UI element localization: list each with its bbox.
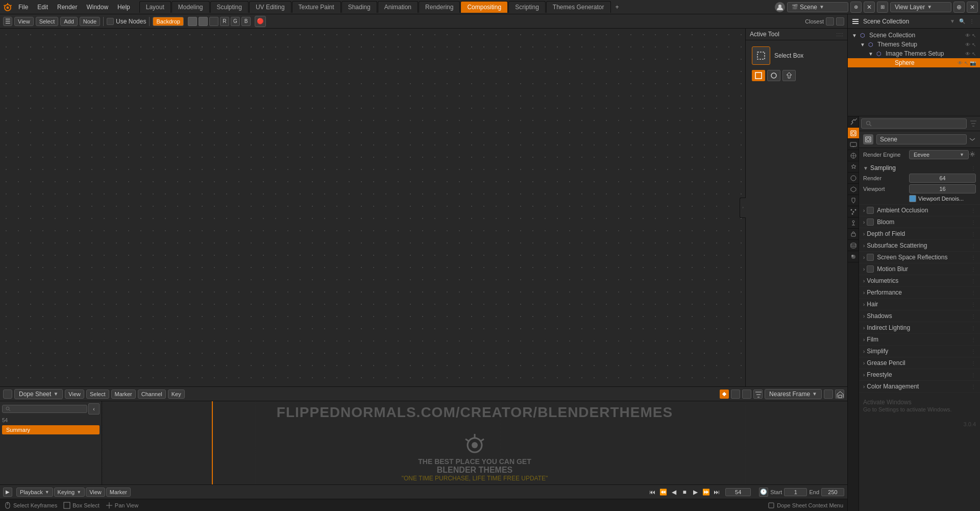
prop-tab-modifier[interactable]: [848, 195, 859, 206]
menu-window[interactable]: Window: [82, 3, 112, 12]
effect-color-mgmt[interactable]: › Color Management ⋮: [859, 381, 980, 393]
props-filter-btn[interactable]: [969, 119, 978, 128]
vis-toggle-0[interactable]: 👁: [965, 33, 970, 38]
prop-tab-material[interactable]: [848, 251, 859, 262]
dope-marker-menu[interactable]: Marker: [111, 390, 136, 399]
render-samples-input[interactable]: 64: [909, 174, 976, 183]
dope-opt-2[interactable]: [742, 390, 751, 399]
tab-animation[interactable]: Animation: [378, 1, 418, 13]
prop-tab-view[interactable]: [848, 150, 859, 161]
prop-tab-constraints[interactable]: [848, 229, 859, 240]
effect-shadows[interactable]: › Shadows ⋮: [859, 310, 980, 322]
sel-toggle-1[interactable]: ↖: [972, 42, 976, 47]
sel-toggle-3[interactable]: ↖: [964, 60, 968, 66]
effect-bloom[interactable]: › Bloom ⋮: [859, 216, 980, 228]
use-nodes-toggle[interactable]: Use Nodes: [107, 18, 146, 25]
add-workspace-button[interactable]: +: [611, 2, 623, 13]
dope-menu-btn[interactable]: [3, 390, 12, 399]
scene-link-button[interactable]: ⊞: [877, 2, 888, 13]
tool-opt-2[interactable]: [767, 70, 780, 81]
outliner-filter[interactable]: ▼: [948, 17, 957, 26]
vis-toggle-3[interactable]: 👁: [958, 60, 963, 66]
prop-tab-data[interactable]: [848, 240, 859, 251]
playback-type-btn[interactable]: Playback ▼: [16, 488, 53, 497]
node-node-menu[interactable]: Node: [80, 17, 100, 26]
tree-item-themes-setup[interactable]: ▼ ⬡ Themes Setup 👁 ↖: [848, 40, 980, 49]
node-opt-4[interactable]: R: [220, 17, 229, 26]
node-editor-menu[interactable]: ☰: [3, 17, 12, 26]
mb-checkbox[interactable]: [867, 265, 874, 273]
effect-performance[interactable]: › Performance ⋮: [859, 287, 980, 299]
effect-film[interactable]: › Film ⋮: [859, 334, 980, 346]
dope-grid-btn[interactable]: [824, 390, 833, 399]
view-layer-selector[interactable]: View Layer ▼: [890, 2, 951, 12]
effect-simplify[interactable]: › Simplify ⋮: [859, 346, 980, 357]
scene-settings-button[interactable]: ✕: [864, 2, 875, 13]
ao-checkbox[interactable]: [867, 207, 874, 214]
playback-mode-btn[interactable]: ▶: [3, 488, 12, 497]
frame-method-selector[interactable]: Nearest Frame ▼: [765, 389, 822, 399]
bloom-checkbox[interactable]: [867, 218, 874, 226]
node-opt-1[interactable]: [188, 17, 197, 26]
menu-render[interactable]: Render: [53, 3, 81, 12]
marker-btn[interactable]: Marker: [106, 488, 131, 497]
effect-motion-blur[interactable]: › Motion Blur ⋮: [859, 263, 980, 275]
end-frame-input[interactable]: 250: [821, 488, 844, 496]
dope-key-btn[interactable]: [720, 390, 729, 399]
dope-key-menu[interactable]: Key: [168, 390, 185, 399]
step-back-btn[interactable]: ⏪: [658, 488, 668, 497]
step-forward-btn[interactable]: ⏩: [701, 488, 710, 497]
effect-ssr[interactable]: › Screen Space Reflections ⋮: [859, 252, 980, 263]
tab-texture-paint[interactable]: Texture Paint: [292, 1, 341, 13]
tree-item-image-themes[interactable]: ▼ ⬡ Image Themes Setup 👁 ↖: [848, 49, 980, 58]
user-icon[interactable]: [775, 2, 785, 12]
menu-edit[interactable]: Edit: [33, 3, 52, 12]
cam-toggle-3[interactable]: 📷: [970, 60, 976, 66]
node-opt-3[interactable]: [209, 17, 218, 26]
dope-prev-btn[interactable]: ‹: [88, 403, 100, 415]
sampling-header[interactable]: ▼ Sampling ⋮: [863, 164, 976, 172]
current-frame-input[interactable]: 54: [725, 488, 751, 496]
prop-tab-render[interactable]: [848, 128, 859, 139]
tab-scripting[interactable]: Scripting: [508, 1, 546, 13]
dope-view-menu[interactable]: View: [65, 390, 84, 399]
node-view-menu[interactable]: View: [14, 17, 34, 26]
select-box-icon[interactable]: [752, 46, 770, 65]
tab-shading[interactable]: Shading: [341, 1, 377, 13]
play-forward-btn[interactable]: ▶: [691, 488, 700, 497]
prop-tab-object[interactable]: [848, 184, 859, 195]
effect-freestyle[interactable]: › Freestyle ⋮: [859, 369, 980, 381]
play-back-btn[interactable]: ◀: [669, 488, 678, 497]
node-add-menu[interactable]: Add: [60, 17, 78, 26]
use-nodes-checkbox[interactable]: [107, 18, 114, 25]
dope-select-menu[interactable]: Select: [86, 390, 109, 399]
effect-volumetrics[interactable]: › Volumetrics ⋮: [859, 275, 980, 287]
start-frame-input[interactable]: 1: [784, 488, 807, 496]
render-engine-settings[interactable]: [969, 151, 976, 159]
tab-compositing[interactable]: Compositing: [460, 1, 508, 13]
sel-toggle-0[interactable]: ↖: [972, 33, 976, 38]
tab-themes-generator[interactable]: Themes Generator: [546, 1, 611, 13]
prop-tab-physics[interactable]: [848, 217, 859, 229]
prop-tab-scene[interactable]: [848, 161, 859, 173]
time-icon[interactable]: 🕐: [759, 488, 768, 497]
view-layer-add[interactable]: ⊕: [953, 2, 965, 13]
effect-indirect[interactable]: › Indirect Lighting ⋮: [859, 322, 980, 334]
tab-sculpting[interactable]: Sculpting: [210, 1, 249, 13]
jump-start-btn[interactable]: ⏮: [648, 488, 657, 497]
compositor-color[interactable]: 🔴: [255, 16, 266, 27]
view-layer-remove[interactable]: ✕: [967, 2, 978, 13]
vis-toggle-1[interactable]: 👁: [965, 42, 970, 47]
tab-rendering[interactable]: Rendering: [419, 1, 460, 13]
props-search-input[interactable]: [861, 118, 967, 129]
prop-tab-output[interactable]: [848, 139, 859, 150]
dope-sheet-type[interactable]: Dope Sheet ▼: [14, 389, 63, 399]
play-stop-btn[interactable]: ■: [680, 488, 689, 497]
summary-row[interactable]: Summary: [2, 425, 100, 434]
sel-toggle-2[interactable]: ↖: [972, 51, 976, 57]
tab-uv-editing[interactable]: UV Editing: [249, 1, 291, 13]
node-filter-btn[interactable]: [836, 17, 844, 26]
prop-tab-particles[interactable]: [848, 206, 859, 217]
scene-name-input[interactable]: [876, 134, 967, 144]
view-btn[interactable]: View: [86, 488, 105, 497]
